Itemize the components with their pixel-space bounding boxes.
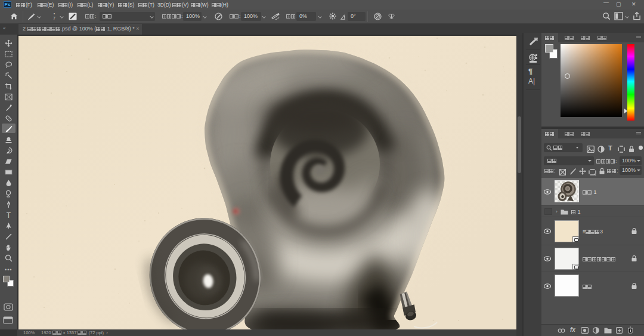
svg-text:T: T: [7, 211, 11, 219]
